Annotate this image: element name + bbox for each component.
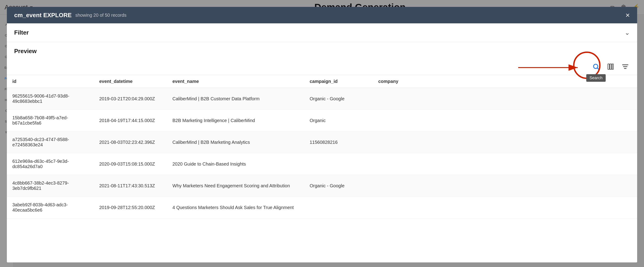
cell-event_name: 4 Questions Marketers Should Ask Sales f…: [167, 197, 304, 218]
filter-section: Filter ⌄: [7, 23, 637, 42]
cell-event_datetime: 2021-08-11T17:43:30.513Z: [94, 175, 167, 197]
explore-modal: cm_event EXPLORE showing 20 of 50 record…: [7, 7, 637, 262]
modal-title-area: cm_event EXPLORE showing 20 of 50 record…: [14, 12, 126, 19]
cell-event_datetime: 2019-09-28T12:55:20.000Z: [94, 197, 167, 218]
data-table: id event_datetime event_name campaign_id…: [7, 75, 637, 218]
table-row: 4c8bb667-38b2-4ec3-8279-3eb7dc9fb6212021…: [7, 175, 637, 197]
search-tooltip: Search: [586, 74, 606, 82]
modal-close-button[interactable]: ×: [626, 12, 630, 19]
svg-rect-5: [610, 64, 612, 69]
cell-id: 96255615-9006-41d7-93d8-49c8683ebbc1: [7, 88, 94, 110]
preview-section: Preview: [7, 42, 637, 58]
cell-id: 3abeb92f-803b-4d63-adc3-40ecaa5bc6e6: [7, 197, 94, 218]
svg-rect-4: [608, 64, 610, 69]
annotation-arrow: [518, 61, 587, 74]
table-row: 3abeb92f-803b-4d63-adc3-40ecaa5bc6e62019…: [7, 197, 637, 218]
cell-campaign_id: Organic: [304, 110, 373, 131]
cell-event_datetime: 2020-09-03T15:08:15.000Z: [94, 153, 167, 175]
filter-button[interactable]: [621, 62, 630, 71]
preview-label: Preview: [14, 48, 630, 55]
cell-campaign_id: [304, 197, 373, 218]
table-row: 612e969a-d63c-45c7-9e3d-dc854a26d7a02020…: [7, 153, 637, 175]
col-header-datetime[interactable]: event_datetime: [94, 75, 167, 88]
cell-event_datetime: 2019-03-21T20:04:29.000Z: [94, 88, 167, 110]
cell-id: 4c8bb667-38b2-4ec3-8279-3eb7dc9fb621: [7, 175, 94, 197]
cell-company: [373, 197, 637, 218]
cell-id: 612e969a-d63c-45c7-9e3d-dc854a26d7a0: [7, 153, 94, 175]
table-row: 15b8a658-7b08-49f5-a7ed-b67a1cbe5fa62018…: [7, 110, 637, 131]
cell-id: 15b8a658-7b08-49f5-a7ed-b67a1cbe5fa6: [7, 110, 94, 131]
cell-id: a7253540-dc23-4747-8588-e72458363e24: [7, 131, 94, 153]
table-container: id event_datetime event_name campaign_id…: [7, 75, 637, 262]
modal-title: cm_event EXPLORE: [14, 12, 72, 19]
cell-company: [373, 131, 637, 153]
col-header-campaign-id[interactable]: campaign_id: [304, 75, 373, 88]
table-header-row: id event_datetime event_name campaign_id…: [7, 75, 637, 88]
columns-button[interactable]: [606, 62, 615, 71]
col-header-id[interactable]: id: [7, 75, 94, 88]
col-header-event-name[interactable]: event_name: [167, 75, 304, 88]
filter-label: Filter: [14, 29, 29, 36]
table-body: 96255615-9006-41d7-93d8-49c8683ebbc12019…: [7, 88, 637, 218]
cell-company: [373, 110, 637, 131]
cell-event_name: 2020 Guide to Chain-Based Insights: [167, 153, 304, 175]
search-button[interactable]: Search: [592, 62, 600, 71]
cell-event_name: CaliberMind | B2B Marketing Analytics: [167, 131, 304, 153]
cell-company: [373, 153, 637, 175]
table-row: 96255615-9006-41d7-93d8-49c8683ebbc12019…: [7, 88, 637, 110]
cell-event_datetime: 2018-04-19T17:44:15.000Z: [94, 110, 167, 131]
modal-body: Filter ⌄ Preview: [7, 23, 637, 262]
cell-campaign_id: Organic - Google: [304, 88, 373, 110]
modal-header: cm_event EXPLORE showing 20 of 50 record…: [7, 7, 637, 23]
cell-event_name: CaliberMind | B2B Customer Data Platform: [167, 88, 304, 110]
svg-line-3: [597, 68, 599, 70]
cell-company: [373, 175, 637, 197]
cell-campaign_id: Organic - Google: [304, 175, 373, 197]
cell-campaign_id: [304, 153, 373, 175]
cell-event_datetime: 2021-08-03T02:23:42.396Z: [94, 131, 167, 153]
table-toolbar: Search: [7, 58, 637, 75]
cell-company: [373, 88, 637, 110]
cell-campaign_id: 11560828216: [304, 131, 373, 153]
modal-subtitle: showing 20 of 50 records: [75, 13, 126, 18]
cell-event_name: B2B Marketing Intelligence | CaliberMind: [167, 110, 304, 131]
cell-event_name: Why Marketers Need Engagement Scoring an…: [167, 175, 304, 197]
svg-rect-6: [612, 64, 613, 69]
table-row: a7253540-dc23-4747-8588-e72458363e242021…: [7, 131, 637, 153]
filter-chevron-icon[interactable]: ⌄: [624, 29, 630, 37]
